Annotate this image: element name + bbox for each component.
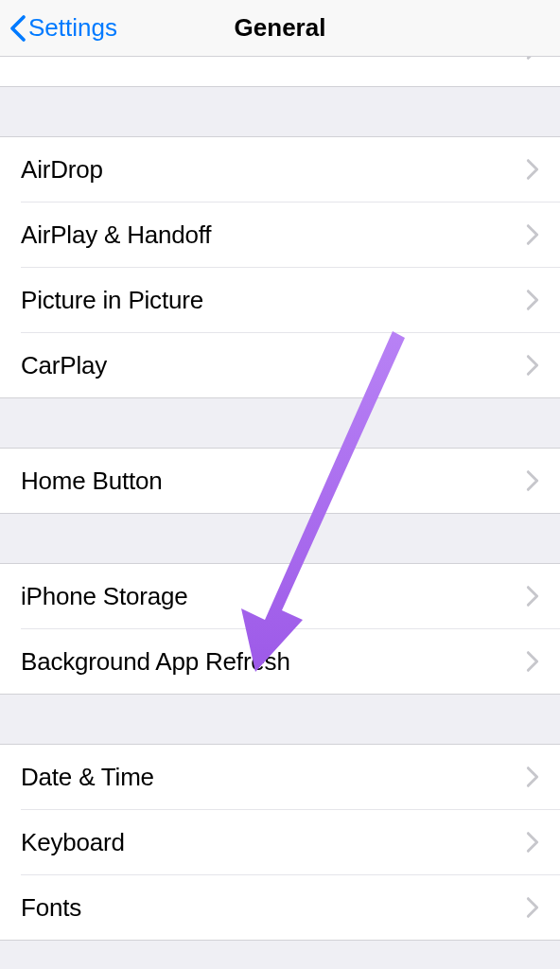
chevron-right-icon [526, 896, 539, 919]
section-connectivity: AirDrop AirPlay & Handoff Picture in Pic… [0, 136, 560, 398]
section-gap [0, 398, 560, 448]
row-label: Fonts [21, 893, 81, 923]
settings-row-iphone-storage[interactable]: iPhone Storage [0, 564, 560, 628]
chevron-right-icon [526, 766, 539, 788]
row-label: Software Update [21, 57, 204, 58]
settings-row-airdrop[interactable]: AirDrop [0, 137, 560, 202]
section-storage: iPhone Storage Background App Refresh [0, 563, 560, 695]
row-label: AirPlay & Handoff [21, 220, 211, 250]
settings-row-airplay-handoff[interactable]: AirPlay & Handoff [0, 203, 560, 267]
chevron-right-icon [526, 57, 539, 61]
row-label: CarPlay [21, 351, 107, 380]
settings-list: Software Update AirDrop AirPlay & Handof… [0, 57, 560, 941]
settings-row-software-update[interactable]: Software Update [0, 57, 560, 87]
chevron-right-icon [526, 354, 539, 377]
settings-row-background-app-refresh[interactable]: Background App Refresh [0, 629, 560, 694]
settings-row-home-button[interactable]: Home Button [0, 449, 560, 513]
back-label: Settings [28, 13, 117, 43]
chevron-right-icon [526, 585, 539, 608]
row-label: Date & Time [21, 763, 154, 792]
chevron-right-icon [526, 158, 539, 181]
settings-row-fonts[interactable]: Fonts [0, 875, 560, 940]
settings-row-date-time[interactable]: Date & Time [0, 745, 560, 809]
navigation-bar: Settings General [0, 0, 560, 57]
settings-row-picture-in-picture[interactable]: Picture in Picture [0, 268, 560, 332]
chevron-right-icon [526, 469, 539, 492]
back-button[interactable]: Settings [0, 13, 117, 43]
row-label: Background App Refresh [21, 647, 290, 677]
settings-row-keyboard[interactable]: Keyboard [0, 810, 560, 874]
chevron-left-icon [9, 14, 26, 43]
chevron-right-icon [526, 831, 539, 854]
chevron-right-icon [526, 650, 539, 673]
row-label: iPhone Storage [21, 582, 187, 611]
row-label: Keyboard [21, 828, 125, 857]
row-label: Picture in Picture [21, 286, 203, 315]
section-gap [0, 87, 560, 136]
row-label: AirDrop [21, 155, 103, 185]
section-gap [0, 514, 560, 563]
chevron-right-icon [526, 289, 539, 311]
section-gap [0, 695, 560, 744]
section-home-button: Home Button [0, 448, 560, 514]
page-title: General [235, 13, 326, 43]
row-label: Home Button [21, 467, 163, 496]
section-system: Date & Time Keyboard Fonts [0, 744, 560, 941]
settings-row-carplay[interactable]: CarPlay [0, 333, 560, 397]
chevron-right-icon [526, 223, 539, 246]
